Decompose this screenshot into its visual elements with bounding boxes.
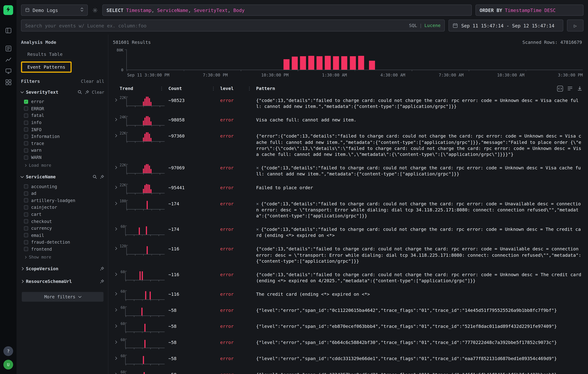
filter-checkbox[interactable]: cart <box>21 211 104 218</box>
pattern-row[interactable]: 60~58error{"level":"error","span_id":"0c… <box>111 303 583 319</box>
checkbox[interactable] <box>24 233 28 237</box>
filter-checkbox[interactable]: ✓error <box>21 98 104 105</box>
expand-row-button[interactable] <box>111 163 120 169</box>
more-filters-button[interactable]: More filters <box>22 292 104 302</box>
orderby-input[interactable]: ORDER BY TimestampTime DESC <box>475 5 583 16</box>
filter-checkbox[interactable]: ERROR <box>21 105 104 112</box>
pattern-row[interactable]: 60~116errorThe credit card (ending <*> e… <box>111 287 583 303</box>
expand-row-button[interactable] <box>111 306 120 311</box>
filter-checkbox[interactable]: ad <box>21 190 104 197</box>
histogram-bar[interactable] <box>316 56 323 70</box>
filter-checkbox[interactable]: checkout <box>21 218 104 225</box>
filter-checkbox[interactable]: artillery-loadgen <box>21 197 104 204</box>
checkbox[interactable] <box>24 219 28 223</box>
checkbox[interactable] <box>24 192 28 196</box>
pin-icon[interactable] <box>100 175 104 179</box>
checkbox[interactable] <box>24 184 28 189</box>
pattern-row[interactable]: 22K~95441errorFailed to place order <box>111 180 583 196</box>
checkbox[interactable] <box>24 107 28 111</box>
column-header-level[interactable]: level⋮ <box>220 86 256 91</box>
analysis-mode-option[interactable]: Results Table <box>21 49 69 60</box>
expand-row-button[interactable] <box>111 183 120 188</box>
filter-checkbox[interactable]: frontend <box>21 246 104 253</box>
pin-icon[interactable] <box>100 279 104 284</box>
pattern-row[interactable]: 120~116error{"code":13,"details":"failed… <box>111 242 583 267</box>
column-header-trend[interactable]: Trend⋮ <box>120 86 168 91</box>
histogram-bar[interactable] <box>325 56 331 70</box>
checkbox[interactable] <box>24 198 28 202</box>
pattern-row[interactable]: 60~58error{"level":"error","span_id":"33… <box>111 368 583 374</box>
histogram-bar[interactable] <box>292 57 298 70</box>
pin-icon[interactable] <box>100 266 104 271</box>
expand-row-button[interactable] <box>111 225 120 230</box>
checkbox[interactable]: ✓ <box>24 100 28 104</box>
show-more-button[interactable]: Show more <box>21 253 104 261</box>
filter-checkbox[interactable]: fraud-detection <box>21 239 104 246</box>
filter-group-header[interactable]: ScopeVersion <box>21 264 104 273</box>
pattern-row[interactable]: 60~58error{"level":"error","span_id":"6b… <box>111 335 583 352</box>
pattern-row[interactable]: 24K~98058errorVisa cache full: cannot ad… <box>111 113 583 129</box>
screens-icon[interactable] <box>3 66 13 76</box>
pattern-row[interactable]: 60~58error{"level":"error","span_id":"cd… <box>111 352 583 368</box>
filter-checkbox[interactable]: email <box>21 232 104 239</box>
checkbox[interactable] <box>24 226 28 230</box>
clear-filter-button[interactable]: Clear <box>92 90 104 94</box>
histogram-bar[interactable] <box>341 56 347 70</box>
search-input[interactable] <box>25 23 406 28</box>
histogram-plot[interactable] <box>126 50 583 70</box>
column-menu-icon[interactable]: ⋮ <box>247 86 256 91</box>
column-menu-icon[interactable]: ⋮ <box>159 86 168 91</box>
filter-group-header[interactable]: SeverityTextClear <box>21 88 104 97</box>
lucene-mode-label[interactable]: Lucene <box>424 23 441 28</box>
histogram-bar[interactable] <box>369 61 375 70</box>
source-selector[interactable]: Demo Logs <box>21 5 88 16</box>
checkbox[interactable] <box>24 205 28 210</box>
expand-row-button[interactable] <box>111 132 120 137</box>
filter-checkbox[interactable]: trace <box>21 140 104 147</box>
filter-checkbox[interactable]: cainjector <box>21 204 104 211</box>
filter-checkbox[interactable]: accounting <box>21 183 104 190</box>
expand-row-button[interactable] <box>111 290 120 295</box>
logs-icon[interactable] <box>3 43 13 53</box>
dashboards-icon[interactable] <box>3 77 13 87</box>
pattern-row[interactable]: 60~116error{"code":13,"details":"failed … <box>111 268 583 287</box>
histogram-bar[interactable] <box>358 56 364 70</box>
expand-row-button[interactable] <box>111 354 120 360</box>
filter-checkbox[interactable]: info <box>21 119 104 126</box>
app-logo[interactable] <box>3 5 13 15</box>
run-query-button[interactable]: ▷ <box>567 20 584 31</box>
column-header-count[interactable]: Count⋮ <box>168 86 220 91</box>
clear-all-button[interactable]: Clear all <box>81 79 104 84</box>
pattern-row[interactable]: 22K~97360error{"error":{"code":13,"detai… <box>111 129 583 161</box>
show-more-button[interactable]: Load more <box>21 162 104 169</box>
pattern-row[interactable]: 60~174error×{"code":13,"details":"failed… <box>111 222 583 242</box>
code-view-icon[interactable] <box>557 85 563 92</box>
expand-row-button[interactable] <box>111 96 120 101</box>
download-icon[interactable] <box>577 85 583 91</box>
search-icon[interactable] <box>93 175 97 179</box>
filter-checkbox[interactable]: currency <box>21 225 104 232</box>
select-query-input[interactable]: SELECT Timestamp, ServiceName, SeverityT… <box>102 5 472 16</box>
checkbox[interactable] <box>24 142 28 145</box>
histogram-bar[interactable] <box>300 56 306 70</box>
expand-row-button[interactable] <box>111 270 120 275</box>
filter-group-header[interactable]: ResourceSchemaUrl <box>21 277 104 286</box>
expand-row-button[interactable] <box>111 322 120 327</box>
gear-icon[interactable] <box>92 7 99 13</box>
analysis-mode-option[interactable]: Event Patterns <box>21 61 72 73</box>
column-settings-icon[interactable] <box>567 85 573 91</box>
checkbox[interactable] <box>24 121 28 125</box>
filter-checkbox[interactable]: fatal <box>21 112 104 119</box>
checkbox[interactable] <box>24 240 28 244</box>
pattern-row[interactable]: 22K~97069error×{"code":13,"details":"fai… <box>111 161 583 180</box>
expand-row-button[interactable] <box>111 338 120 344</box>
checkbox[interactable] <box>24 127 28 131</box>
expand-row-button[interactable] <box>111 370 120 374</box>
expand-row-button[interactable] <box>111 199 120 204</box>
checkbox[interactable] <box>24 134 28 139</box>
checkbox[interactable] <box>24 113 28 118</box>
pattern-row[interactable]: 60~58error{"level":"error","span_id":"eb… <box>111 319 583 335</box>
date-range-picker[interactable]: Sep 11 15:47:14 - Sep 12 15:47:14 <box>448 20 563 31</box>
user-avatar[interactable]: U <box>3 360 13 370</box>
filter-checkbox[interactable]: WARN <box>21 154 104 161</box>
